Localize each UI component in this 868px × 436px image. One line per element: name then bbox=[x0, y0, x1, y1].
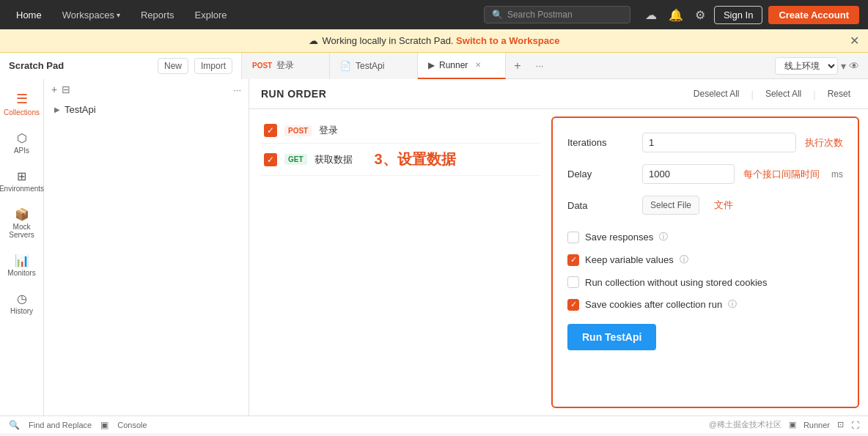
data-annotation: 文件 bbox=[714, 199, 733, 212]
run-item-checkbox-2[interactable]: ✓ bbox=[264, 153, 277, 166]
search-placeholder: Search Postman bbox=[507, 10, 573, 20]
sidebar-collections-label: Collections bbox=[4, 108, 40, 117]
search-bar[interactable]: 🔍 Search Postman bbox=[484, 6, 630, 23]
tab-post-login[interactable]: POST 登录 bbox=[242, 53, 330, 79]
iterations-row: Iterations 执行次数 bbox=[567, 133, 843, 152]
history-icon: ◷ bbox=[17, 292, 27, 306]
collection-testapi-item[interactable]: ▶ TestApi bbox=[44, 100, 249, 119]
save-responses-info-icon[interactable]: ⓘ bbox=[659, 231, 668, 243]
environments-icon: ⊞ bbox=[17, 169, 26, 183]
tab-runner-label: Runner bbox=[439, 60, 468, 70]
create-account-button[interactable]: Create Account bbox=[768, 6, 859, 24]
env-eye-icon[interactable]: 👁 bbox=[849, 60, 859, 72]
console-label[interactable]: Console bbox=[117, 421, 147, 429]
keep-variable-info-icon[interactable]: ⓘ bbox=[680, 254, 688, 266]
runner-tab-icon: ▶ bbox=[428, 60, 435, 70]
delay-annotation: 每个接口间隔时间 bbox=[743, 168, 820, 181]
data-row: Data Select File 文件 bbox=[567, 196, 843, 215]
scratch-pad-title: Scratch Pad bbox=[9, 60, 64, 71]
sidebar-item-environments[interactable]: ⊞ Environments bbox=[3, 163, 41, 199]
tab-runner[interactable]: ▶ Runner ✕ bbox=[418, 53, 506, 79]
sidebar-item-collections[interactable]: ☰ Collections bbox=[3, 85, 41, 122]
delay-input[interactable] bbox=[642, 164, 735, 184]
sidebar-item-history[interactable]: ◷ History bbox=[3, 286, 41, 321]
cloud-icon[interactable]: ☁ bbox=[642, 5, 660, 25]
save-responses-label: Save responses bbox=[585, 232, 653, 243]
reset-button[interactable]: Reset bbox=[822, 86, 856, 101]
sidebar-item-mock-servers[interactable]: 📦 Mock Servers bbox=[3, 202, 41, 245]
method-badge-get: GET bbox=[284, 154, 307, 165]
sidebar-environments-label: Environments bbox=[0, 185, 44, 193]
search-icon: 🔍 bbox=[492, 10, 503, 20]
sidebar-item-apis[interactable]: ⬡ APIs bbox=[3, 125, 41, 160]
file-icon: 📄 bbox=[340, 61, 351, 71]
keep-variable-values-row: ✓ Keep variable values ⓘ bbox=[567, 252, 843, 267]
select-file-button[interactable]: Select File bbox=[642, 196, 699, 215]
apis-icon: ⬡ bbox=[17, 131, 27, 145]
save-cookies-checkbox[interactable]: ✓ bbox=[567, 299, 579, 311]
new-button[interactable]: New bbox=[158, 58, 188, 74]
runner-bottom-label: Runner bbox=[803, 421, 830, 429]
bottom-bar-right: @稀土掘金技术社区 ▣ Runner ⊡ ⛶ bbox=[709, 419, 859, 430]
banner-switch-link[interactable]: Switch to a Workspace bbox=[456, 35, 559, 46]
delay-row: Delay 每个接口间隔时间 ms bbox=[567, 164, 843, 184]
import-button[interactable]: Import bbox=[194, 58, 232, 74]
tab-login-label: 登录 bbox=[276, 59, 294, 72]
deselect-all-button[interactable]: Deselect All bbox=[688, 86, 746, 101]
sidebar-apis-label: APIs bbox=[14, 147, 29, 155]
sidebar: ☰ Collections ⬡ APIs ⊞ Environments 📦 Mo… bbox=[0, 79, 44, 415]
run-item-checkbox-1[interactable]: ✓ bbox=[264, 124, 277, 137]
bottom-icon-1: ⊡ bbox=[837, 420, 844, 429]
filter-icon[interactable]: ⊟ bbox=[62, 84, 70, 95]
banner-close-icon[interactable]: ✕ bbox=[850, 34, 859, 48]
nav-workspaces[interactable]: Workspaces ▾ bbox=[55, 7, 128, 23]
select-all-button[interactable]: Select All bbox=[760, 86, 807, 101]
delay-label: Delay bbox=[567, 169, 633, 180]
settings-icon[interactable]: ⚙ bbox=[692, 5, 708, 25]
top-navigation: Home Workspaces ▾ Reports Explore 🔍 Sear… bbox=[0, 0, 868, 29]
more-options-icon[interactable]: ··· bbox=[233, 84, 241, 95]
watermark-text: @稀土掘金技术社区 bbox=[709, 419, 781, 430]
run-testapi-button[interactable]: Run TestApi bbox=[567, 324, 656, 350]
tab-runner-close-icon[interactable]: ✕ bbox=[475, 61, 481, 69]
sidebar-item-monitors[interactable]: 📊 Monitors bbox=[3, 248, 41, 283]
sidebar-history-label: History bbox=[10, 307, 33, 315]
collection-name: TestApi bbox=[65, 104, 96, 115]
nav-explore[interactable]: Explore bbox=[188, 7, 235, 23]
run-order-list: ✓ POST 登录 ✓ GET 获取数据 3、设置数据 bbox=[249, 109, 551, 415]
run-item-name-2: 获取数据 bbox=[315, 153, 353, 166]
more-tabs-button[interactable]: ··· bbox=[529, 60, 550, 71]
save-cookies-row: ✓ Save cookies after collection run ⓘ bbox=[567, 297, 843, 312]
tab-testapi[interactable]: 📄 TestApi bbox=[330, 53, 418, 79]
add-tab-button[interactable]: + bbox=[506, 59, 529, 73]
collections-icon: ☰ bbox=[16, 91, 28, 107]
step-annotation: 3、设置数据 bbox=[375, 149, 456, 169]
env-chevron-icon[interactable]: ▾ bbox=[841, 60, 846, 72]
environment-select[interactable]: 线上环境 bbox=[775, 57, 838, 75]
nav-reports[interactable]: Reports bbox=[133, 7, 182, 23]
run-item-name-1: 登录 bbox=[319, 124, 338, 137]
scratch-pad-banner: ☁ Working locally in Scratch Pad. Switch… bbox=[0, 29, 868, 53]
save-cookies-info-icon[interactable]: ⓘ bbox=[728, 298, 737, 311]
collections-toolbar: + ⊟ ··· bbox=[44, 79, 249, 100]
runner-content: ✓ POST 登录 ✓ GET 获取数据 3、设置数据 Iterations bbox=[249, 109, 868, 415]
save-responses-checkbox[interactable] bbox=[567, 232, 579, 243]
bottom-icon-2: ⛶ bbox=[851, 421, 859, 429]
scratch-pad-panel-header: Scratch Pad New Import bbox=[0, 53, 242, 79]
bell-icon[interactable]: 🔔 bbox=[666, 5, 686, 25]
add-collection-icon[interactable]: + bbox=[51, 84, 57, 95]
sign-in-button[interactable]: Sign In bbox=[714, 6, 762, 24]
keep-variable-values-checkbox[interactable]: ✓ bbox=[567, 254, 579, 266]
settings-panel: Iterations 执行次数 Delay 每个接口间隔时间 ms Data S… bbox=[551, 117, 859, 408]
find-replace-label[interactable]: Find and Replace bbox=[29, 421, 92, 429]
run-without-cookies-checkbox[interactable] bbox=[567, 276, 579, 288]
nav-actions: ☁ 🔔 ⚙ Sign In Create Account bbox=[642, 5, 859, 25]
iterations-input[interactable] bbox=[642, 133, 796, 152]
keep-variable-values-label: Keep variable values bbox=[585, 254, 674, 265]
runner-bottom-icon: ▣ bbox=[789, 420, 796, 429]
iterations-annotation: 执行次数 bbox=[805, 136, 843, 149]
tab-bar: Scratch Pad New Import POST 登录 📄 TestApi… bbox=[0, 53, 868, 79]
nav-home[interactable]: Home bbox=[9, 7, 49, 23]
scratch-pad-actions: New Import bbox=[158, 58, 232, 74]
checkboxes-group: Save responses ⓘ ✓ Keep variable values … bbox=[567, 226, 843, 312]
